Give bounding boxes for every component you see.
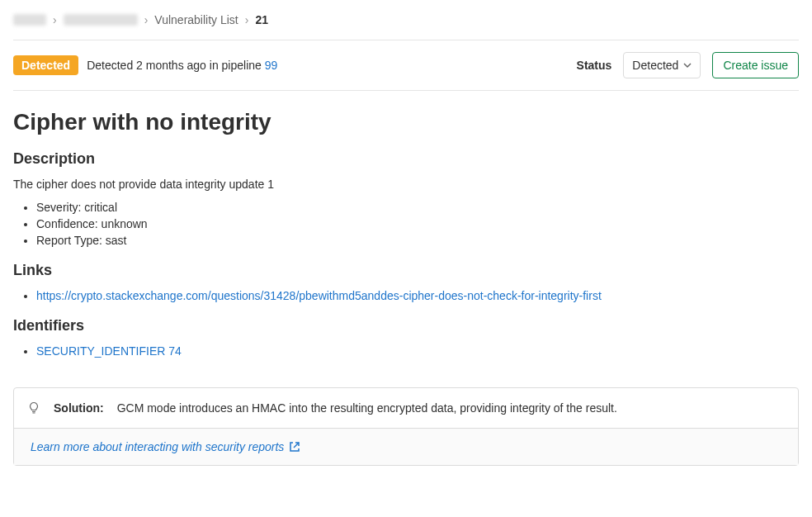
pipeline-link[interactable]: 99 [265,59,278,72]
breadcrumb-current: 21 [255,13,268,26]
external-link[interactable]: https://crypto.stackexchange.com/questio… [36,289,602,302]
solution-bottom: Learn more about interacting with securi… [14,428,798,465]
page-title: Cipher with no integrity [13,109,799,135]
detected-text: Detected 2 months ago in pipeline 99 [87,59,277,72]
description-text: The cipher does not provide data integri… [13,178,799,191]
header-row: Detected Detected 2 months ago in pipeli… [13,40,799,91]
header-left: Detected Detected 2 months ago in pipeli… [13,55,277,75]
external-link-icon [289,441,300,453]
identifiers-list: SECURITY_IDENTIFIER 74 [13,344,799,358]
learn-more-text: Learn more about interacting with securi… [31,440,284,453]
chevron-down-icon [683,61,692,69]
breadcrumb-separator: › [53,13,57,26]
breadcrumb-vuln-list[interactable]: Vulnerability List [154,13,238,26]
solution-text: GCM mode introduces an HMAC into the res… [117,401,617,415]
solution-top: Solution: GCM mode introduces an HMAC in… [14,388,798,428]
list-item: Severity: critical [36,201,799,214]
header-right: Status Detected Create issue [577,52,799,78]
breadcrumb-blur-2 [64,14,138,26]
breadcrumb-separator: › [144,13,149,26]
description-list: Severity: critical Confidence: unknown R… [13,201,799,247]
status-badge: Detected [13,55,78,75]
identifiers-heading: Identifiers [13,317,799,334]
status-dropdown[interactable]: Detected [623,52,701,78]
list-item: Report Type: sast [36,234,799,247]
list-item: Confidence: unknown [36,217,799,230]
create-issue-button[interactable]: Create issue [712,52,799,78]
list-item: https://crypto.stackexchange.com/questio… [36,289,799,302]
identifier-link[interactable]: SECURITY_IDENTIFIER 74 [36,344,182,358]
status-label: Status [577,59,612,72]
links-heading: Links [13,262,799,279]
breadcrumb-separator: › [245,13,249,26]
links-list: https://crypto.stackexchange.com/questio… [13,289,799,302]
lightbulb-icon [27,401,40,415]
learn-more-link[interactable]: Learn more about interacting with securi… [31,440,300,453]
list-item: SECURITY_IDENTIFIER 74 [36,344,799,358]
description-heading: Description [13,150,799,168]
breadcrumb-blur-1 [13,14,46,26]
solution-label: Solution: [54,401,104,415]
status-dropdown-value: Detected [632,59,678,72]
detected-text-label: Detected 2 months ago in pipeline [87,59,265,72]
breadcrumb: › › Vulnerability List › 21 [13,13,799,40]
solution-box: Solution: GCM mode introduces an HMAC in… [13,387,799,466]
